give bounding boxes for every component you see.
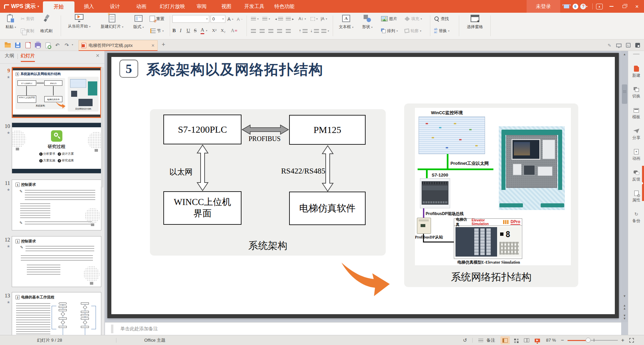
- clear-format-button[interactable]: A: [231, 27, 237, 34]
- expand-panel-tab[interactable]: [642, 166, 644, 201]
- history-icon[interactable]: ↺: [463, 335, 467, 345]
- theme-name[interactable]: Office 主题: [144, 335, 165, 345]
- play-from-current-button[interactable]: 从当前开始 ▾: [63, 14, 95, 29]
- pointer-arrow-shape[interactable]: [341, 262, 391, 297]
- align-right-button[interactable]: [268, 27, 273, 35]
- font-color-caret[interactable]: ▾: [206, 27, 207, 34]
- pen-tool-icon[interactable]: ✎: [606, 42, 613, 49]
- font-color-button[interactable]: A: [201, 27, 204, 34]
- selection-pane-button[interactable]: 选择窗格: [462, 14, 488, 30]
- open-file-button[interactable]: [4, 42, 11, 49]
- slide-thumbnail-12[interactable]: 12 ★ 1 控制要求 ✎: [0, 236, 105, 287]
- layout-mode-icon[interactable]: L: [625, 42, 632, 49]
- notes-toggle-label[interactable]: 备注: [486, 335, 495, 345]
- reset-button[interactable]: 重置: [150, 15, 164, 23]
- tab-design[interactable]: 设计: [107, 0, 123, 13]
- copy-button[interactable]: 复制: [21, 27, 34, 35]
- arrange-button[interactable]: 排列 ▾: [381, 27, 398, 35]
- increase-font-button[interactable]: A+: [227, 15, 233, 23]
- tab-slides[interactable]: 幻灯片: [21, 53, 35, 62]
- minimize-button[interactable]: [606, 0, 617, 13]
- underline-button[interactable]: U: [186, 27, 190, 34]
- thumbnails-scrollbar[interactable]: [101, 67, 104, 188]
- scroll-up-icon[interactable]: ▲: [621, 51, 628, 58]
- align-left-button[interactable]: [251, 27, 256, 35]
- slide-sorter-button[interactable]: [511, 336, 521, 344]
- placeholder-button[interactable]: ▾: [311, 15, 318, 23]
- scroll-down-icon[interactable]: ▼: [621, 293, 628, 299]
- paste-button[interactable]: 粘贴 ▾: [3, 14, 19, 30]
- sidebar-item-animation[interactable]: ★ 动画: [628, 148, 644, 161]
- thumbnail-canvas[interactable]: 研究过程 1分析要求 2设计方案 3方案实施 4研究成果: [12, 123, 101, 174]
- restore-button[interactable]: [619, 0, 630, 13]
- thumbnail-canvas[interactable]: 1 控制要求 ✎ ✎: [12, 180, 101, 230]
- slide-thumbnail-10[interactable]: 10 ★ 研究过程 1分析要求 2设计方案 3方案实施 4研究成: [0, 123, 105, 174]
- strikethrough-button[interactable]: S: [194, 27, 197, 34]
- slideshow-button[interactable]: [533, 336, 542, 344]
- slide-thumbnail-9[interactable]: 9 ★ 5 系统架构以及网络拓扑结构 S7-1200PLC PM125 WINC…: [0, 67, 105, 118]
- new-slide-button[interactable]: 新建幻灯片 ▾: [97, 14, 127, 29]
- close-panel-icon[interactable]: ✕: [96, 53, 100, 58]
- normal-view-button[interactable]: [500, 336, 510, 344]
- topology-panel[interactable]: WinCC监控环境 Profinet工业以太网: [404, 104, 578, 287]
- font-size-combo[interactable]: 0▾: [211, 15, 225, 23]
- slide-title[interactable]: 系统架构以及网络拓扑结构: [146, 60, 323, 79]
- skin-icon[interactable]: [563, 3, 570, 10]
- arch-box-plc[interactable]: S7-1200PLC: [163, 115, 241, 144]
- format-painter-button[interactable]: 格式刷: [40, 27, 52, 35]
- weibo-icon[interactable]: 6: [572, 3, 579, 10]
- help-icon[interactable]: ?▾: [580, 3, 588, 10]
- slide-thumbnail-13[interactable]: 13 ★ 2 电梯的基本工作流程: [0, 292, 105, 335]
- textbox-button[interactable]: A 文本框 ▾: [335, 14, 357, 30]
- redo-button[interactable]: ↷: [63, 42, 70, 49]
- undo-button[interactable]: ↶: [54, 42, 61, 49]
- italic-button[interactable]: I: [180, 27, 181, 34]
- notes-resize-handle[interactable]: [111, 325, 113, 333]
- sidebar-item-template[interactable]: 模板: [628, 107, 644, 120]
- para-spacing-inc-button[interactable]: ⇡: [299, 27, 308, 35]
- sidebar-item-share[interactable]: 分享: [628, 128, 644, 141]
- qat-dropdown-icon[interactable]: ▾: [72, 43, 73, 46]
- fill-button[interactable]: 填充 ▾: [405, 15, 422, 23]
- notes-toggle-icon[interactable]: [478, 335, 483, 345]
- tab-animation[interactable]: 动画: [133, 0, 150, 13]
- print-preview-button[interactable]: [44, 42, 52, 49]
- sidebar-item-backup[interactable]: ↻ 备份: [628, 211, 644, 224]
- font-name-combo[interactable]: ▾: [172, 15, 209, 23]
- numbering-button[interactable]: ▾: [262, 15, 270, 23]
- slide-content[interactable]: 5 系统架构以及网络拓扑结构 S7-1200PLC PM125 PROFIBUS…: [111, 57, 615, 314]
- thumbnail-canvas[interactable]: 2 电梯的基本工作流程: [12, 292, 101, 335]
- previous-slide-button[interactable]: ▲▲: [621, 303, 628, 309]
- arch-box-pm125[interactable]: PM125: [289, 115, 366, 145]
- subscript-button[interactable]: X₂: [221, 27, 225, 34]
- canvas-scrollbar[interactable]: ▲ ▼ ▲▲ ▼▼: [621, 51, 628, 322]
- save-button[interactable]: [14, 42, 21, 49]
- tab-slideshow[interactable]: 幻灯片放映: [157, 0, 188, 13]
- app-logo[interactable]: WPS 演示 ▾: [4, 0, 39, 13]
- increase-indent-button[interactable]: ▸: [286, 15, 294, 23]
- tab-devtools[interactable]: 开发工具: [242, 0, 266, 13]
- sidebar-handle[interactable]: [633, 54, 640, 55]
- superscript-button[interactable]: X²: [212, 27, 216, 34]
- slide-editor-canvas[interactable]: 5 系统架构以及网络拓扑结构 S7-1200PLC PM125 PROFIBUS…: [105, 51, 621, 322]
- zoom-in-button[interactable]: +: [621, 335, 624, 345]
- architecture-panel[interactable]: S7-1200PLC PM125 PROFIBUS 以太网 RS422/RS48…: [150, 109, 386, 256]
- justify-button[interactable]: [277, 27, 282, 35]
- align-center-button[interactable]: [260, 27, 265, 35]
- night-mode-icon[interactable]: [634, 42, 641, 49]
- slide-thumbnail-11[interactable]: 11 ★ 1 控制要求 ✎ ✎: [0, 180, 105, 230]
- reading-view-button[interactable]: [522, 336, 531, 344]
- chevron-down-icon[interactable]: ▾: [38, 5, 39, 8]
- layout-button[interactable]: 版式 ▾: [129, 14, 148, 30]
- find-button[interactable]: 查找: [434, 15, 449, 23]
- decrease-indent-button[interactable]: ◂: [275, 15, 283, 23]
- close-button[interactable]: ×: [631, 0, 643, 13]
- char-spacing-button[interactable]: |A▾: [321, 15, 327, 23]
- print-button[interactable]: [34, 42, 42, 49]
- para-spacing-dec-button[interactable]: ⇣: [310, 27, 319, 35]
- section-button[interactable]: 节 ▾: [150, 27, 164, 35]
- login-button[interactable]: 未登录: [527, 0, 560, 13]
- collapse-ribbon-icon[interactable]: ▲: [596, 3, 603, 10]
- cut-button[interactable]: ✂剪切: [21, 15, 34, 23]
- tab-insert[interactable]: 插入: [80, 0, 97, 13]
